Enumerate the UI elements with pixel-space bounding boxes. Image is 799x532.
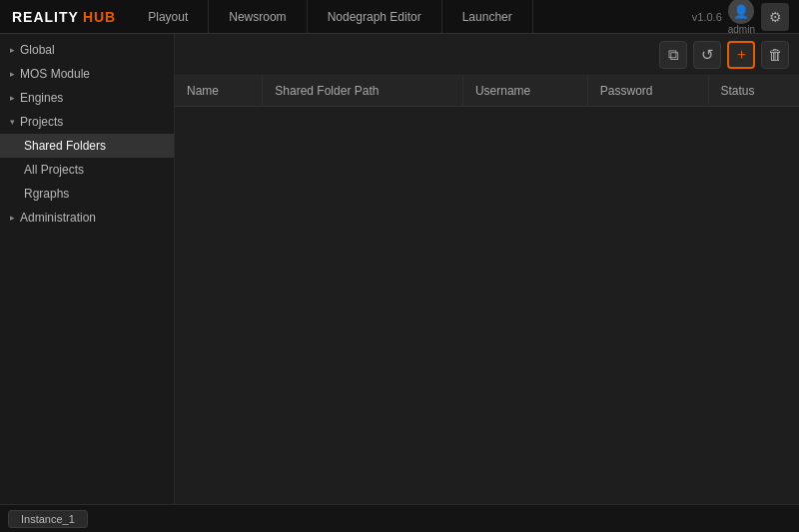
app-logo: REALITY HUB — [0, 9, 128, 25]
user-avatar-icon[interactable]: 👤 — [728, 0, 754, 24]
sidebar-item-engines[interactable]: ▸Engines — [0, 86, 174, 110]
instance-tab[interactable]: Instance_1 — [8, 510, 88, 528]
table-header-row: NameShared Folder PathUsernamePasswordSt… — [175, 76, 799, 107]
content-panel: ⧉ ↺ ＋ 🗑 NameShared Folder PathUsernamePa… — [175, 34, 799, 504]
sidebar-item-projects[interactable]: ▾Projects — [0, 110, 174, 134]
nav-tab-playout[interactable]: Playout — [128, 0, 209, 33]
main-area: ▸Global▸MOS Module▸Engines▾ProjectsShare… — [0, 34, 799, 504]
sidebar-label: Engines — [20, 91, 63, 105]
logo-reality: REALITY — [12, 9, 79, 25]
bottom-bar: Instance_1 — [0, 504, 799, 532]
sidebar-item-all-projects[interactable]: All Projects — [0, 158, 174, 182]
settings-gear-button[interactable]: ⚙ — [761, 3, 789, 31]
col-status: Status — [708, 76, 799, 107]
nav-tabs: PlayoutNewsroomNodegraph EditorLauncher — [128, 0, 682, 33]
col-name: Name — [175, 76, 263, 107]
chevron-icon: ▸ — [10, 69, 15, 79]
shared-folders-table: NameShared Folder PathUsernamePasswordSt… — [175, 76, 799, 107]
col-username: Username — [462, 76, 587, 107]
chevron-icon: ▸ — [10, 45, 15, 55]
sidebar-label: Shared Folders — [24, 139, 106, 153]
logo-hub: HUB — [83, 9, 116, 25]
col-password: Password — [587, 76, 708, 107]
sidebar-label: Projects — [20, 115, 63, 129]
sidebar: ▸Global▸MOS Module▸Engines▾ProjectsShare… — [0, 34, 175, 504]
chevron-icon: ▾ — [10, 117, 15, 127]
sidebar-label: Global — [20, 43, 55, 57]
sidebar-item-rgraphs[interactable]: Rgraphs — [0, 182, 174, 206]
refresh-button[interactable]: ↺ — [693, 41, 721, 69]
table-area: NameShared Folder PathUsernamePasswordSt… — [175, 76, 799, 504]
sidebar-label: All Projects — [24, 163, 84, 177]
sidebar-item-mos-module[interactable]: ▸MOS Module — [0, 62, 174, 86]
nav-right: v1.0.6 👤 admin ⚙ — [682, 0, 799, 35]
top-nav: REALITY HUB PlayoutNewsroomNodegraph Edi… — [0, 0, 799, 34]
nav-tab-newsroom[interactable]: Newsroom — [209, 0, 307, 33]
sidebar-label: Rgraphs — [24, 187, 69, 201]
sidebar-label: MOS Module — [20, 67, 90, 81]
nav-tab-launcher[interactable]: Launcher — [442, 0, 533, 33]
chevron-icon: ▸ — [10, 213, 15, 223]
copy-button[interactable]: ⧉ — [659, 41, 687, 69]
version-label: v1.0.6 — [692, 11, 722, 23]
sidebar-item-administration[interactable]: ▸Administration — [0, 206, 174, 230]
sidebar-label: Administration — [20, 211, 96, 225]
sidebar-item-shared-folders[interactable]: Shared Folders — [0, 134, 174, 158]
admin-block: 👤 admin — [728, 0, 755, 35]
nav-tab-nodegraph-editor[interactable]: Nodegraph Editor — [308, 0, 442, 33]
col-shared-folder-path: Shared Folder Path — [263, 76, 463, 107]
chevron-icon: ▸ — [10, 93, 15, 103]
sidebar-item-global[interactable]: ▸Global — [0, 38, 174, 62]
add-button[interactable]: ＋ — [727, 41, 755, 69]
delete-button[interactable]: 🗑 — [761, 41, 789, 69]
content-toolbar: ⧉ ↺ ＋ 🗑 — [175, 34, 799, 76]
instance-tab-label: Instance_1 — [21, 513, 75, 525]
